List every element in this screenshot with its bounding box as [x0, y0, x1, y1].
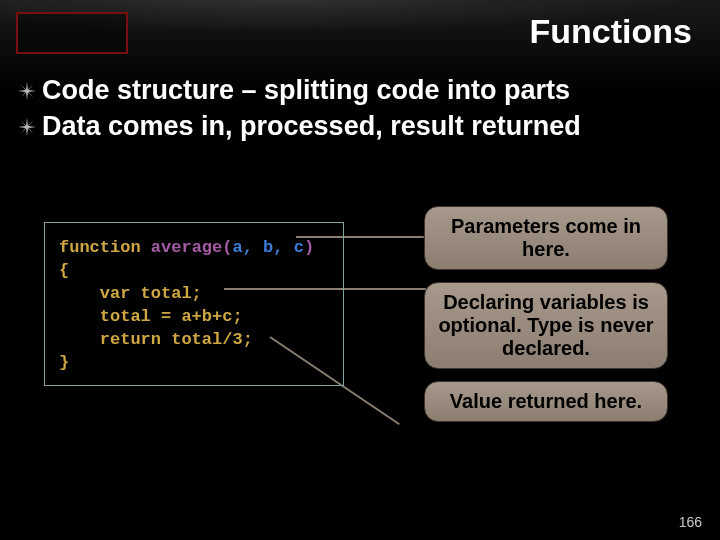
slide-title: Functions [530, 12, 692, 51]
callout-return: Value returned here. [424, 381, 668, 422]
code-line: } [59, 352, 329, 375]
code-line: var total; [59, 283, 329, 306]
bullet-text: Data comes in, processed, result returne… [42, 110, 581, 144]
code-line: return total/3; [59, 329, 329, 352]
code-params: a, b, c [232, 238, 303, 257]
bullet-item: Data comes in, processed, result returne… [18, 110, 581, 144]
bullet-item: Code structure – splitting code into par… [18, 74, 581, 108]
code-line: function average(a, b, c) [59, 237, 329, 260]
code-fn: average( [151, 238, 233, 257]
bullet-text: Code structure – splitting code into par… [42, 74, 570, 108]
callout-variables: Declaring variables is optional. Type is… [424, 282, 668, 369]
starburst-icon [18, 118, 36, 136]
bullet-list: Code structure – splitting code into par… [18, 74, 581, 146]
callout-parameters: Parameters come in here. [424, 206, 668, 270]
page-number: 166 [679, 514, 702, 530]
code-block: function average(a, b, c) { var total; t… [44, 222, 344, 386]
code-line: total = a+b+c; [59, 306, 329, 329]
callout-group: Parameters come in here. Declaring varia… [424, 206, 668, 434]
code-line: { [59, 260, 329, 283]
logo-placeholder [16, 12, 128, 54]
code-keyword: function [59, 238, 151, 257]
code-fn-close: ) [304, 238, 314, 257]
starburst-icon [18, 82, 36, 100]
